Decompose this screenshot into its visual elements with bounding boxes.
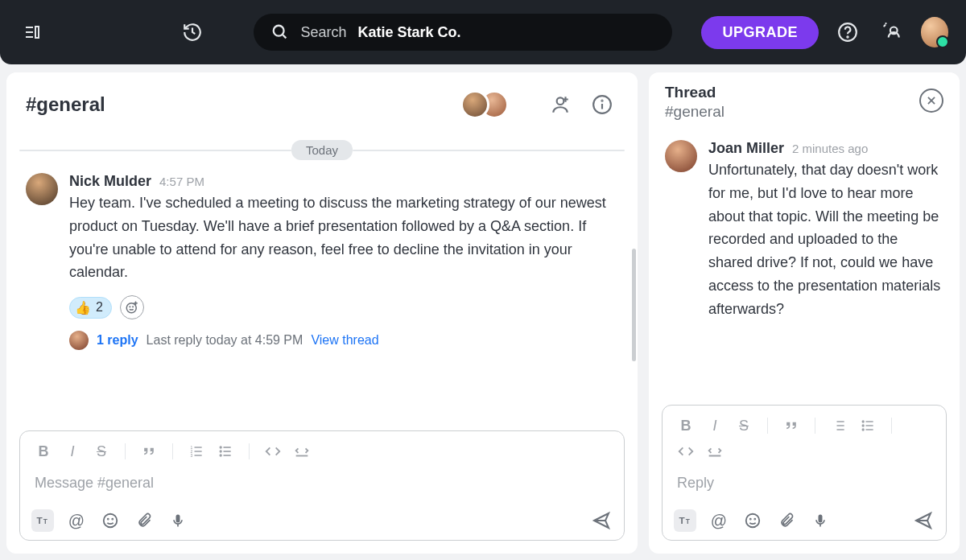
- member-avatars[interactable]: [460, 90, 509, 119]
- reaction-emoji: 👍: [75, 300, 91, 315]
- svg-point-36: [108, 519, 109, 520]
- svg-point-57: [754, 519, 755, 520]
- svg-rect-38: [176, 515, 180, 523]
- svg-point-14: [601, 101, 602, 101]
- close-icon[interactable]: [919, 89, 943, 113]
- svg-point-56: [750, 519, 751, 520]
- italic-icon[interactable]: I: [706, 417, 724, 434]
- search-bar[interactable]: Search Katie Stark Co.: [254, 14, 672, 51]
- strike-icon[interactable]: S: [735, 417, 753, 434]
- emoji-icon[interactable]: [741, 509, 764, 532]
- reaction-thumbsup[interactable]: 👍 2: [69, 297, 112, 319]
- mention-icon[interactable]: @: [708, 509, 730, 532]
- message: Nick Mulder 4:57 PM Hey team. I've sched…: [26, 173, 618, 350]
- reply-avatar: [69, 331, 89, 350]
- thread-composer-actions: TT @: [674, 503, 935, 532]
- svg-text:T: T: [37, 515, 43, 525]
- svg-rect-58: [819, 515, 823, 523]
- bullet-list-icon[interactable]: [217, 443, 234, 460]
- message-input[interactable]: [31, 468, 613, 503]
- svg-point-50: [862, 425, 864, 426]
- send-icon[interactable]: [912, 509, 935, 532]
- svg-point-49: [862, 421, 864, 422]
- format-toolbar: B I S 123: [31, 439, 613, 468]
- mic-icon[interactable]: [167, 509, 189, 532]
- search-container: Search Katie Stark Co.: [254, 14, 672, 51]
- format-toggle-icon[interactable]: TT: [674, 509, 696, 532]
- reaction-count: 2: [96, 300, 103, 315]
- bold-icon[interactable]: B: [677, 417, 695, 434]
- thread-author[interactable]: Joan Miller: [708, 140, 784, 157]
- composer-actions: TT @: [31, 503, 613, 532]
- code-icon[interactable]: [264, 443, 282, 460]
- search-workspace: Katie Stark Co.: [358, 24, 461, 41]
- svg-point-30: [220, 451, 221, 452]
- svg-text:T: T: [686, 517, 690, 525]
- svg-point-9: [557, 97, 564, 105]
- bullet-list-icon[interactable]: [859, 417, 877, 434]
- svg-point-51: [862, 429, 864, 430]
- info-icon[interactable]: [586, 89, 618, 121]
- scrollbar[interactable]: [632, 249, 636, 361]
- reply-meta: Last reply today at 4:59 PM: [147, 333, 303, 348]
- quote-icon[interactable]: [140, 443, 158, 460]
- search-icon: [271, 23, 289, 41]
- thread-title: Thread: [665, 84, 724, 101]
- channel-panel: #general Today: [6, 72, 638, 554]
- help-icon[interactable]: [833, 16, 862, 48]
- code-icon[interactable]: [677, 443, 695, 460]
- svg-text:T: T: [43, 517, 47, 525]
- channel-name[interactable]: #general: [26, 93, 105, 116]
- add-user-icon[interactable]: [544, 89, 576, 121]
- svg-point-55: [746, 514, 760, 528]
- thread-format-toolbar-2: [674, 443, 935, 468]
- svg-point-16: [130, 307, 130, 307]
- svg-point-17: [133, 307, 134, 307]
- thread-message-avatar[interactable]: [665, 140, 697, 172]
- topbar: Search Katie Stark Co. UPGRADE: [0, 0, 966, 64]
- message-list: Nick Mulder 4:57 PM Hey team. I've sched…: [6, 168, 638, 418]
- format-toggle-icon[interactable]: TT: [31, 509, 54, 532]
- message-avatar[interactable]: [26, 173, 58, 205]
- reply-count: 1 reply: [97, 333, 138, 348]
- svg-line-5: [283, 35, 287, 39]
- search-label: Search: [300, 24, 346, 41]
- history-icon[interactable]: [178, 16, 207, 48]
- bold-icon[interactable]: B: [35, 443, 52, 460]
- thread-subtitle[interactable]: #general: [665, 103, 724, 121]
- svg-text:T: T: [679, 515, 685, 525]
- ordered-list-icon[interactable]: 123: [188, 443, 205, 460]
- quote-icon[interactable]: [782, 417, 800, 434]
- thread-header: Thread #general: [649, 72, 960, 127]
- date-label: Today: [291, 140, 353, 160]
- message-author[interactable]: Nick Mulder: [69, 173, 151, 190]
- svg-rect-3: [35, 27, 39, 38]
- emoji-icon[interactable]: [99, 509, 122, 532]
- date-divider: Today: [19, 140, 625, 160]
- add-reaction-icon[interactable]: [120, 295, 144, 319]
- svg-point-4: [274, 26, 284, 36]
- user-avatar[interactable]: [921, 17, 948, 47]
- thread-summary[interactable]: 1 reply Last reply today at 4:59 PM View…: [69, 331, 618, 350]
- send-icon[interactable]: [590, 509, 613, 532]
- thread-input[interactable]: [674, 468, 935, 503]
- notifications-icon[interactable]: [877, 16, 906, 48]
- message-body: Hey team. I've scheduled a meeting to di…: [69, 191, 618, 284]
- mic-icon[interactable]: [809, 509, 832, 532]
- mention-icon[interactable]: @: [65, 509, 88, 532]
- upgrade-button[interactable]: UPGRADE: [701, 16, 819, 49]
- thread-message: Joan Miller 2 minutes ago Unfortunately,…: [665, 140, 943, 321]
- attach-icon[interactable]: [133, 509, 155, 532]
- sidebar-toggle-icon[interactable]: [18, 16, 47, 48]
- view-thread-link[interactable]: View thread: [311, 333, 378, 348]
- strike-icon[interactable]: S: [93, 443, 110, 460]
- ordered-list-icon[interactable]: [830, 417, 848, 434]
- italic-icon[interactable]: I: [64, 443, 81, 460]
- codeblock-icon[interactable]: [706, 443, 724, 460]
- reactions: 👍 2: [69, 295, 618, 319]
- attach-icon[interactable]: [775, 509, 798, 532]
- codeblock-icon[interactable]: [293, 443, 311, 460]
- thread-body: Unfortunately, that day doesn't work for…: [708, 159, 943, 321]
- composer-thread: B I S TT @: [662, 405, 947, 541]
- member-avatar-1: [460, 90, 489, 119]
